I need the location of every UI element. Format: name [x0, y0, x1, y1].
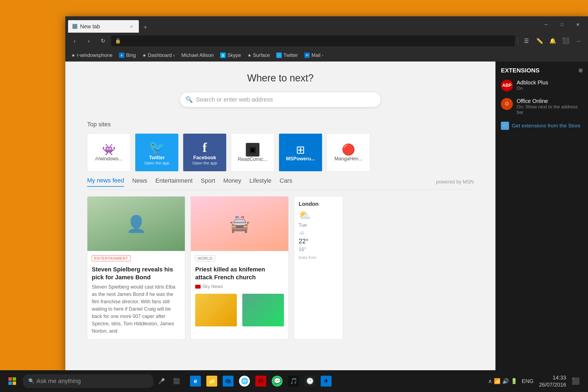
- tab-news[interactable]: News: [132, 177, 147, 186]
- manga-label: MangaHen...: [334, 156, 362, 162]
- bookmark-surface[interactable]: ★ Surface: [245, 51, 272, 59]
- nav-right-buttons: ☰ ✏️ 🔔 ⬛ ···: [517, 35, 585, 47]
- weather-data-from: Data from: [299, 255, 338, 260]
- spielberg-excerpt: Steven Spielberg would cast Idris Elba a…: [92, 283, 180, 335]
- start-button[interactable]: [3, 370, 22, 392]
- bookmark-rwindowsphone[interactable]: ★ r-windowsphone: [69, 51, 115, 59]
- tab-cars[interactable]: Cars: [280, 177, 292, 186]
- bookmark-dashboard[interactable]: ★ Dashboard ‹: [140, 51, 177, 59]
- active-tab[interactable]: 🌐 New tab ✕: [68, 20, 139, 33]
- weather-city: London: [299, 201, 338, 207]
- taskbar-store-app[interactable]: 🛍: [220, 370, 236, 392]
- bookmark-bing[interactable]: b Bing: [116, 51, 139, 59]
- minimize-button[interactable]: ─: [538, 19, 554, 30]
- taskbar-clock-app[interactable]: 🕐: [302, 370, 318, 392]
- bottom-news-row: [195, 294, 284, 326]
- ext-item-office: O Office Online On: Show next to the add…: [501, 98, 583, 115]
- reddit-label: /r/windows...: [95, 156, 122, 162]
- new-tab-button[interactable]: +: [140, 22, 151, 33]
- favorites-button[interactable]: 🔔: [547, 35, 559, 47]
- hub-button[interactable]: ☰: [520, 35, 532, 47]
- window-controls: ─ □ ✕: [536, 19, 588, 30]
- nav-divider: [518, 37, 518, 45]
- bookmark-mail[interactable]: ✉ Mail -: [302, 51, 326, 59]
- volume-icon[interactable]: 🔊: [502, 378, 509, 384]
- bookmark-michael-allison[interactable]: Michael Allison: [179, 51, 216, 59]
- twitter-bird-icon: 🐦: [149, 140, 165, 155]
- where-next-heading: Where to next?: [71, 72, 490, 84]
- top-site-facebook[interactable]: f Facebook Open the app: [183, 133, 226, 171]
- abp-info: Adblock Plus On: [517, 79, 583, 91]
- notification-center-button[interactable]: ⬛: [569, 370, 583, 392]
- spielberg-card-body: Entertainment Steven Spielberg reveals h…: [87, 251, 185, 339]
- top-site-reddit[interactable]: 👾 /r/windows...: [87, 133, 131, 171]
- forward-button[interactable]: ›: [83, 35, 95, 47]
- taskbar-whatsapp-app[interactable]: 💬: [269, 370, 285, 392]
- get-extensions-link[interactable]: 🛒 Get extensions from the Store: [501, 122, 583, 130]
- taskbar-send-app[interactable]: ✈: [318, 370, 334, 392]
- more-button[interactable]: ···: [573, 35, 585, 47]
- top-site-manga[interactable]: 🔴 MangaHen...: [327, 133, 370, 171]
- bookmark-twitter[interactable]: 🐦 Twitter: [274, 51, 301, 59]
- cortana-mic-button[interactable]: 🎤: [155, 370, 168, 392]
- top-site-twitter[interactable]: 🐦 Twitter Open the app: [135, 133, 179, 171]
- reddit-icon: 👾: [102, 143, 116, 156]
- news-section: My news feed News Entertainment Sport Mo…: [71, 171, 490, 339]
- web-note-button[interactable]: ✏️: [534, 35, 546, 47]
- tab-lifestyle[interactable]: Lifestyle: [249, 177, 271, 186]
- world-image: 🚔: [191, 197, 288, 251]
- bing-icon: b: [119, 53, 124, 58]
- new-tab-page: Where to next? 🔍 Search or enter web add…: [65, 62, 495, 373]
- network-icon[interactable]: 📶: [494, 378, 501, 384]
- music-icon: 🎵: [288, 376, 299, 387]
- language-indicator[interactable]: ENG: [522, 378, 534, 384]
- maximize-button[interactable]: □: [554, 19, 569, 30]
- weather-panel: London ⛅ Tue ☁️ 22° 16°: [294, 196, 343, 339]
- mspower-icon: ⊞: [296, 143, 305, 156]
- news-card-spielberg[interactable]: 👤 Entertainment Steven Spielberg reveals…: [87, 196, 185, 339]
- taskbar-explorer-app[interactable]: 📁: [204, 370, 220, 392]
- taskbar-edge-app[interactable]: e: [187, 370, 204, 392]
- abp-logo: ABP: [501, 79, 513, 91]
- facebook-icon: f: [203, 140, 207, 155]
- clock-time: 14:33: [539, 374, 566, 381]
- mail-app-icon: ✉: [255, 376, 266, 387]
- taskbar-chrome-app[interactable]: 🌐: [236, 370, 253, 392]
- bookmark-skype[interactable]: S Skype: [218, 51, 244, 59]
- close-button[interactable]: ✕: [570, 19, 585, 30]
- weather-cloud-label: ☁️: [299, 230, 338, 236]
- skype-icon: S: [220, 53, 226, 58]
- tab-sport[interactable]: Sport: [201, 177, 215, 186]
- search-box[interactable]: 🔍 Search or enter web address: [180, 92, 381, 107]
- refresh-button[interactable]: ↻: [97, 35, 109, 47]
- top-site-mspower[interactable]: ⊞ MSPoweru...: [279, 133, 322, 171]
- taskbar-search-placeholder: Ask me anything: [36, 378, 81, 385]
- extensions-icon-button[interactable]: ⊞: [578, 68, 583, 74]
- tab-money[interactable]: Money: [223, 177, 241, 186]
- source-name: Sky News: [202, 284, 223, 289]
- top-site-readcomic[interactable]: ▣ ReadComic...: [231, 133, 274, 171]
- task-view-button[interactable]: ⬛: [168, 370, 185, 392]
- address-bar[interactable]: 🔒: [111, 35, 515, 46]
- search-box-container: 🔍 Search or enter web address: [71, 92, 490, 107]
- weather-high: 22°: [299, 237, 308, 245]
- tray-up-icon[interactable]: ∧: [488, 378, 492, 384]
- news-card-world[interactable]: 🚔 World Priest killed as knifemen attack…: [191, 196, 289, 339]
- office-button[interactable]: ⬛: [560, 35, 572, 47]
- twitter-sub: Open the app: [145, 161, 169, 165]
- battery-icon[interactable]: 🔋: [511, 378, 517, 384]
- bookmark-label: Dashboard ‹: [148, 53, 175, 58]
- svg-rect-2: [8, 381, 12, 385]
- office-status: On: Show next to the address bar: [517, 104, 583, 115]
- taskbar-music-app[interactable]: 🎵: [285, 370, 302, 392]
- search-icon: 🔍: [28, 378, 34, 384]
- news-grid: 👤 Entertainment Steven Spielberg reveals…: [87, 196, 474, 339]
- tab-my-news-feed[interactable]: My news feed: [87, 177, 124, 187]
- back-button[interactable]: ‹: [69, 35, 81, 47]
- taskbar-mail-app[interactable]: ✉: [253, 370, 269, 392]
- tab-entertainment[interactable]: Entertainment: [155, 177, 193, 186]
- mini-news-2: [242, 294, 284, 326]
- tab-close-button[interactable]: ✕: [128, 23, 134, 30]
- taskbar-search-box[interactable]: 🔍 Ask me anything: [23, 374, 154, 388]
- office-logo: O: [501, 98, 513, 110]
